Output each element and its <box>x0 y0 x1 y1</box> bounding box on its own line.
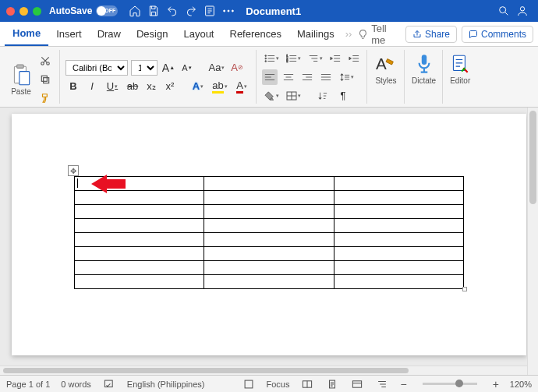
document-canvas[interactable]: ✥ <box>0 108 538 375</box>
zoom-slider[interactable] <box>423 383 477 385</box>
copy-icon[interactable] <box>37 72 53 87</box>
page-indicator[interactable]: Page 1 of 1 <box>6 380 50 389</box>
table-cell[interactable] <box>334 233 463 247</box>
web-layout-icon[interactable] <box>350 377 364 391</box>
template-icon[interactable] <box>203 4 217 18</box>
editor-button[interactable]: Editor <box>450 53 470 85</box>
table-cell[interactable] <box>334 219 463 233</box>
document-table[interactable] <box>74 176 464 289</box>
tab-layout[interactable]: Layout <box>175 22 221 46</box>
table-cell[interactable] <box>204 219 334 233</box>
format-painter-icon[interactable] <box>37 90 53 106</box>
save-icon[interactable] <box>147 4 161 18</box>
table-cell[interactable] <box>334 177 463 191</box>
line-spacing-button[interactable]: ▾ <box>337 69 356 85</box>
font-name-select[interactable]: Calibri (Bo… <box>65 60 128 76</box>
word-count[interactable]: 0 words <box>61 380 91 389</box>
zoom-out-button[interactable]: − <box>400 378 406 390</box>
bold-button[interactable]: B <box>65 79 81 94</box>
table-row[interactable] <box>75 233 464 247</box>
italic-button[interactable]: I <box>84 79 100 94</box>
text-effects-button[interactable]: A▾ <box>189 79 207 94</box>
table-cell[interactable] <box>204 233 334 247</box>
horizontal-scroll-thumb[interactable] <box>3 368 409 373</box>
underline-button[interactable]: U▾ <box>103 79 122 94</box>
table-cell[interactable] <box>75 205 204 219</box>
align-right-button[interactable] <box>299 69 315 85</box>
shading-button[interactable]: ▾ <box>262 88 281 104</box>
change-case-button[interactable]: Aa▾ <box>207 60 226 76</box>
zoom-level[interactable]: 120% <box>510 380 532 389</box>
search-icon[interactable] <box>497 4 511 18</box>
tab-insert[interactable]: Insert <box>48 22 90 46</box>
focus-mode-icon[interactable] <box>242 377 256 391</box>
font-color-button[interactable]: A▾ <box>232 79 251 94</box>
table-cell[interactable] <box>204 275 334 289</box>
table-cell[interactable] <box>204 177 334 191</box>
table-cell[interactable] <box>334 191 463 205</box>
print-layout-icon[interactable] <box>325 377 339 391</box>
table-cell[interactable] <box>75 261 204 275</box>
account-icon[interactable] <box>515 4 529 18</box>
table-cell[interactable] <box>334 261 463 275</box>
subscript-button[interactable]: x₂ <box>143 79 159 94</box>
table-row[interactable] <box>75 261 464 275</box>
tab-references[interactable]: References <box>222 22 289 46</box>
shrink-font-button[interactable]: A▼ <box>179 60 195 76</box>
table-row[interactable] <box>75 177 464 191</box>
language-indicator[interactable]: English (Philippines) <box>127 380 205 389</box>
table-row[interactable] <box>75 219 464 233</box>
vertical-scroll-thumb[interactable] <box>529 111 536 204</box>
tab-mailings[interactable]: Mailings <box>289 22 342 46</box>
table-row[interactable] <box>75 191 464 205</box>
tabs-overflow-icon[interactable]: ›› <box>345 28 352 40</box>
clear-format-button[interactable]: A⊘ <box>229 60 245 76</box>
spellcheck-icon[interactable] <box>102 377 116 391</box>
autosave-toggle[interactable]: AutoSave OFF <box>49 5 118 16</box>
table-cell[interactable] <box>75 247 204 261</box>
numbering-button[interactable]: 123▾ <box>284 51 303 66</box>
table-cell[interactable] <box>204 247 334 261</box>
redo-icon[interactable] <box>184 4 198 18</box>
dictate-button[interactable]: Dictate <box>412 53 436 85</box>
focus-label[interactable]: Focus <box>267 380 290 389</box>
styles-button[interactable]: A Styles <box>374 53 398 85</box>
sort-button[interactable] <box>313 88 332 104</box>
highlight-button[interactable]: ab▾ <box>211 79 229 94</box>
paste-button[interactable]: Paste <box>11 64 31 96</box>
share-button[interactable]: Share <box>405 26 457 43</box>
table-row[interactable] <box>75 205 464 219</box>
increase-indent-button[interactable] <box>346 51 362 66</box>
table-cell[interactable] <box>334 275 463 289</box>
cut-icon[interactable] <box>37 53 53 69</box>
autosave-switch[interactable]: OFF <box>96 5 118 16</box>
table-cell[interactable] <box>75 233 204 247</box>
show-marks-button[interactable]: ¶ <box>335 88 351 104</box>
tell-me[interactable]: Tell me <box>358 23 401 46</box>
table-cell[interactable] <box>334 205 463 219</box>
outline-view-icon[interactable] <box>375 377 389 391</box>
undo-icon[interactable] <box>165 4 179 18</box>
maximize-window-button[interactable] <box>33 7 41 16</box>
more-icon[interactable] <box>221 4 235 18</box>
page[interactable]: ✥ <box>12 114 526 355</box>
justify-button[interactable] <box>318 69 334 85</box>
table-row[interactable] <box>75 247 464 261</box>
tab-draw[interactable]: Draw <box>90 22 129 46</box>
borders-button[interactable]: ▾ <box>284 88 303 104</box>
tab-home[interactable]: Home <box>5 22 48 46</box>
bullets-button[interactable]: ▾ <box>262 51 281 66</box>
table-cell[interactable] <box>204 205 334 219</box>
table-cell[interactable] <box>204 191 334 205</box>
table-move-handle-icon[interactable]: ✥ <box>68 165 79 176</box>
font-size-select[interactable]: 12 <box>131 60 158 76</box>
table-cell[interactable] <box>204 261 334 275</box>
zoom-in-button[interactable]: + <box>493 378 499 390</box>
grow-font-button[interactable]: A▲ <box>161 60 176 76</box>
align-center-button[interactable] <box>281 69 296 85</box>
table-cell[interactable] <box>75 219 204 233</box>
strike-button[interactable]: ab <box>125 79 140 94</box>
superscript-button[interactable]: x² <box>162 79 178 94</box>
minimize-window-button[interactable] <box>19 7 28 16</box>
comments-button[interactable]: Comments <box>462 26 533 43</box>
